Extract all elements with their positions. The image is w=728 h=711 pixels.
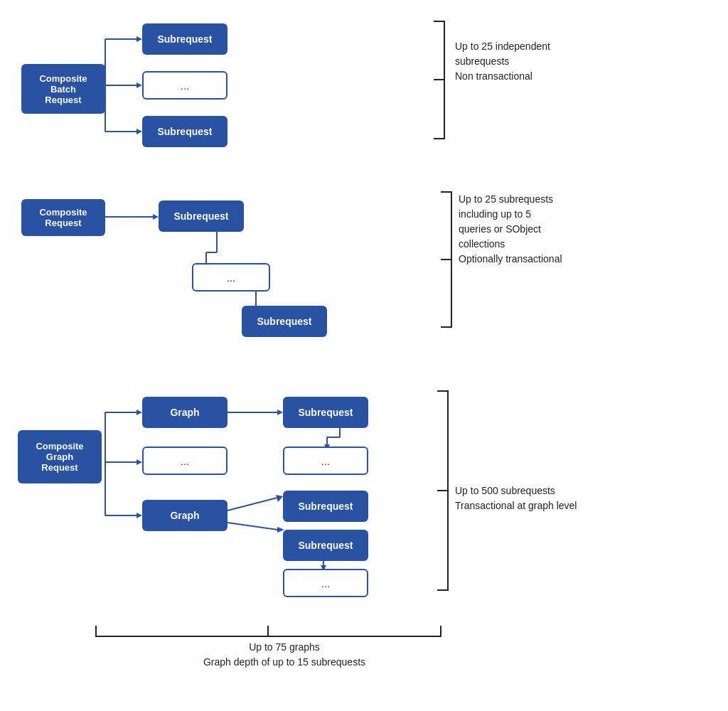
svg-line-36 xyxy=(228,498,277,510)
graph-description: Up to 500 subrequestsTransactional at gr… xyxy=(455,483,640,513)
batch-subrequest-2-box: ... xyxy=(142,71,228,100)
svg-line-38 xyxy=(228,523,277,530)
graph-2-box: Graph xyxy=(142,500,228,531)
svg-marker-37 xyxy=(276,495,283,502)
svg-marker-2 xyxy=(136,36,142,42)
composite-subrequest-2-box: ... xyxy=(192,263,270,292)
diagram-container: CompositeBatchRequest Subrequest ... Sub… xyxy=(0,0,728,711)
graph2-subrequest-4-box: Subrequest xyxy=(283,530,368,561)
batch-description: Up to 25 independentsubrequestsNon trans… xyxy=(455,39,619,84)
batch-subrequest-3-box: Subrequest xyxy=(142,116,228,147)
graph2-subrequest-5-box: ... xyxy=(283,569,368,597)
svg-marker-5 xyxy=(136,82,142,88)
graph1-subrequest-2-box: ... xyxy=(283,447,368,475)
composite-subrequest-3-box: Subrequest xyxy=(242,306,327,337)
composite-graph-request-box: CompositeGraphRequest xyxy=(18,430,102,483)
svg-marker-31 xyxy=(277,410,283,415)
composite-batch-request-box: CompositeBatchRequest xyxy=(21,64,105,114)
composite-description: Up to 25 subrequestsincluding up to 5que… xyxy=(459,192,651,267)
svg-marker-28 xyxy=(136,513,142,518)
svg-marker-12 xyxy=(153,214,159,220)
arrows-svg xyxy=(0,0,728,711)
svg-marker-8 xyxy=(136,129,142,134)
bottom-label: Up to 75 graphsGraph depth of up to 15 s… xyxy=(156,640,412,670)
composite-request-box: CompositeRequest xyxy=(21,199,105,236)
batch-subrequest-1-box: Subrequest xyxy=(142,23,228,55)
svg-marker-25 xyxy=(136,459,142,465)
graph-1-box: Graph xyxy=(142,397,228,428)
graph2-subrequest-3-box: Subrequest xyxy=(283,491,368,522)
graph1-subrequest-1-box: Subrequest xyxy=(283,397,368,428)
svg-marker-23 xyxy=(136,410,142,415)
graph-ellipsis-box: ... xyxy=(142,447,228,475)
composite-subrequest-1-box: Subrequest xyxy=(159,201,244,232)
